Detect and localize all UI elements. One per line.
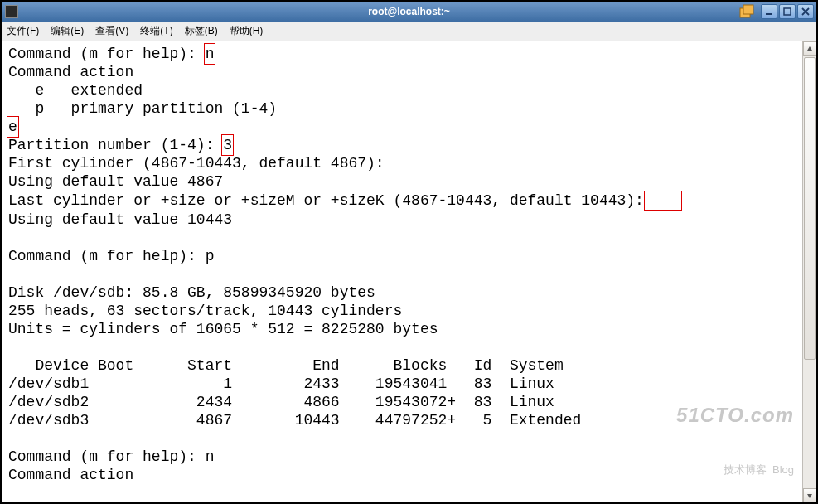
terminal-output[interactable]: Command (m for help): n Command action e… xyxy=(2,41,802,502)
line: Disk /dev/sdb: 85.8 GB, 85899345920 byte… xyxy=(8,284,375,301)
scroll-up-button[interactable] xyxy=(803,41,816,56)
menu-edit[interactable]: 编辑(E) xyxy=(51,24,84,38)
line: p primary partition (1-4) xyxy=(8,100,277,117)
svg-rect-3 xyxy=(784,8,791,15)
line: 255 heads, 63 sectors/track, 10443 cylin… xyxy=(8,303,402,319)
window-buttons xyxy=(761,4,814,19)
table-row: /dev/sdb3 4867 10443 44797252+ 5 Extende… xyxy=(8,412,581,429)
line: e extended xyxy=(8,82,143,99)
svg-marker-7 xyxy=(807,494,812,498)
highlight-empty xyxy=(644,191,682,211)
close-button[interactable] xyxy=(797,4,814,19)
line: Partition number (1-4): xyxy=(8,137,223,153)
line: Using default value 10443 xyxy=(8,211,232,228)
line: Device Boot Start End Blocks Id System xyxy=(8,357,564,374)
watermark: 51CTO.com 技术博客 Blog xyxy=(676,370,794,497)
app-icon xyxy=(5,5,18,18)
scroll-thumb[interactable] xyxy=(804,57,816,360)
watermark-logo: 51CTO.com xyxy=(676,406,794,424)
table-row: /dev/sdb1 1 2433 19543041 83 Linux xyxy=(8,376,554,392)
menubar: 文件(F) 编辑(E) 查看(V) 终端(T) 标签(B) 帮助(H) xyxy=(2,22,816,41)
line: Command (m for help): xyxy=(8,46,206,62)
titlebar: root@localhost:~ xyxy=(2,2,816,22)
menu-view[interactable]: 查看(V) xyxy=(95,24,128,38)
line: Units = cylinders of 16065 * 512 = 82252… xyxy=(8,321,438,337)
line: Using default value 4867 xyxy=(8,173,223,190)
table-row: /dev/sdb2 2434 4866 19543072+ 83 Linux xyxy=(8,394,554,410)
menu-terminal[interactable]: 终端(T) xyxy=(140,24,172,38)
highlight-e: e xyxy=(8,118,17,136)
line: Command (m for help): n xyxy=(8,448,214,465)
scroll-track[interactable] xyxy=(803,56,816,488)
svg-rect-1 xyxy=(743,5,753,14)
menu-help[interactable]: 帮助(H) xyxy=(230,24,264,38)
highlight-n: n xyxy=(206,45,215,63)
line: Command action xyxy=(8,467,133,483)
menu-tabs[interactable]: 标签(B) xyxy=(185,24,218,38)
maximize-button[interactable] xyxy=(779,4,796,19)
overlay-icon xyxy=(738,4,756,19)
line: Command action xyxy=(8,64,133,80)
scrollbar[interactable] xyxy=(802,41,816,502)
watermark-sub: 技术博客 Blog xyxy=(676,461,794,479)
line: Command (m for help): p xyxy=(8,248,214,264)
scroll-down-button[interactable] xyxy=(803,488,816,502)
minimize-button[interactable] xyxy=(761,4,777,19)
svg-marker-6 xyxy=(807,46,812,51)
line: Last cylinder or +size or +sizeM or +siz… xyxy=(8,192,644,209)
line: First cylinder (4867-10443, default 4867… xyxy=(8,155,385,172)
content-wrap: Command (m for help): n Command action e… xyxy=(2,41,816,502)
highlight-3: 3 xyxy=(223,136,232,154)
window-title: root@localhost:~ xyxy=(368,6,450,17)
menu-file[interactable]: 文件(F) xyxy=(7,24,39,38)
